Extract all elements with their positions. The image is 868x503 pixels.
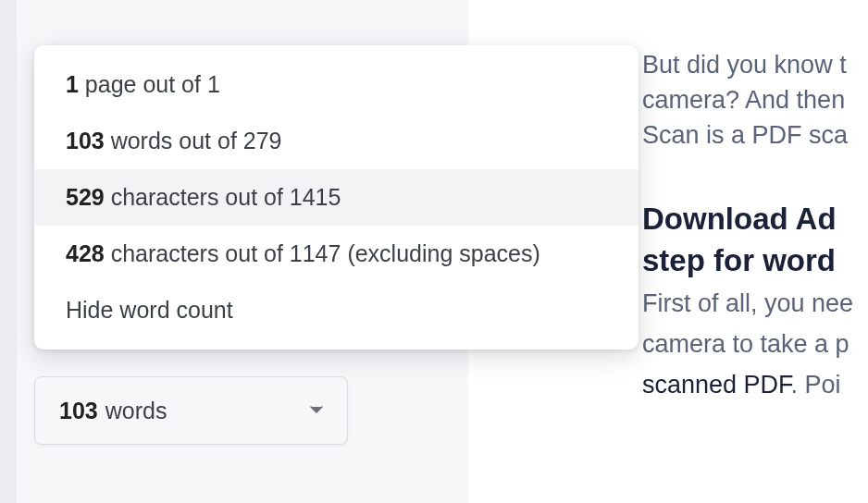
- count-value: 529: [66, 184, 105, 210]
- paragraph-line: scanned PDF. Poi: [642, 368, 868, 403]
- paragraph-line: First of all, you nee: [642, 287, 868, 322]
- heading-line: Download Ad: [642, 199, 868, 240]
- word-count-button[interactable]: 103 words: [34, 376, 348, 445]
- word-count-option-words[interactable]: 103 words out of 279: [34, 113, 639, 169]
- word-count-number: 103: [59, 398, 98, 424]
- hide-label: Hide word count: [66, 297, 233, 323]
- hide-word-count[interactable]: Hide word count: [34, 282, 639, 338]
- count-label: page out of 1: [79, 71, 220, 97]
- heading-line: step for word: [642, 240, 868, 282]
- paragraph-line: camera to take a p: [642, 327, 868, 362]
- count-value: 103: [66, 128, 105, 153]
- text-fragment: . Poi: [791, 371, 841, 399]
- word-count-popup: 1 page out of 1 103 words out of 279 529…: [34, 45, 639, 350]
- word-count-option-characters-no-spaces[interactable]: 428 characters out of 1147 (excluding sp…: [34, 226, 639, 282]
- paragraph-line: Scan is a PDF sca: [642, 118, 868, 153]
- paragraph-line: But did you know t: [642, 48, 868, 83]
- count-label: characters out of 1147 (excluding spaces…: [105, 240, 540, 266]
- link-text[interactable]: scanned PDF: [642, 371, 791, 399]
- word-count-option-characters[interactable]: 529 characters out of 1415: [34, 169, 639, 226]
- word-count-option-pages[interactable]: 1 page out of 1: [34, 56, 639, 113]
- count-value: 1: [66, 71, 79, 97]
- count-label: words out of 279: [105, 128, 282, 153]
- caret-down-icon: [310, 406, 323, 415]
- word-count-unit: words: [105, 398, 167, 424]
- count-value: 428: [66, 240, 105, 266]
- paragraph-line: camera? And then: [642, 83, 868, 118]
- count-label: characters out of 1415: [105, 184, 341, 210]
